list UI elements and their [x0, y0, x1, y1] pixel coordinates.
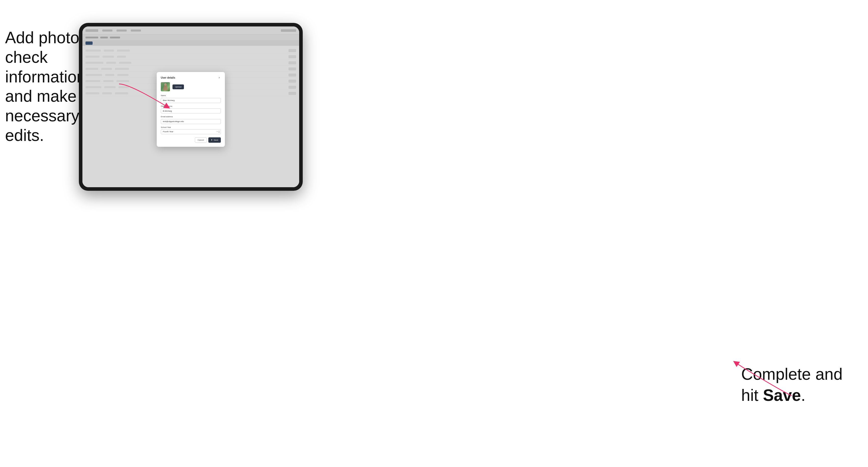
school-year-controls: × ▲ ▼ [216, 130, 220, 133]
cancel-button[interactable]: Cancel [195, 137, 207, 143]
email-input[interactable] [161, 119, 221, 124]
display-name-input[interactable] [161, 108, 221, 114]
display-name-field-group: Display name [161, 105, 221, 114]
upload-photo-button[interactable]: Upload [173, 85, 184, 89]
school-year-label: School Year [161, 126, 221, 128]
dialog-footer: Cancel ⬆ Save [161, 137, 221, 143]
school-year-wrapper: × ▲ ▼ [161, 129, 221, 134]
school-year-input[interactable] [161, 129, 221, 134]
tablet-screen: User details × Upload Name Display name [83, 27, 299, 187]
dialog-title-bar: User details × [161, 76, 221, 79]
tablet-frame: User details × Upload Name Display name [79, 23, 303, 191]
name-input[interactable] [161, 98, 221, 103]
save-button[interactable]: ⬆ Save [208, 137, 221, 143]
school-year-stepper[interactable]: ▲ ▼ [218, 130, 220, 133]
avatar [161, 82, 170, 91]
email-label: Email address [161, 116, 221, 118]
name-label: Name [161, 94, 221, 97]
clear-school-year-button[interactable]: × [216, 131, 218, 133]
name-field-group: Name [161, 94, 221, 103]
dialog-title: User details [161, 76, 175, 79]
close-button[interactable]: × [218, 76, 221, 79]
save-icon: ⬆ [211, 139, 213, 141]
photo-section: Upload [161, 82, 221, 91]
user-details-dialog: User details × Upload Name Display name [157, 72, 225, 147]
modal-overlay: User details × Upload Name Display name [83, 27, 299, 187]
email-field-group: Email address [161, 116, 221, 124]
school-year-field-group: School Year × ▲ ▼ [161, 126, 221, 134]
right-annotation: Complete and hit Save. [741, 364, 843, 406]
display-name-label: Display name [161, 105, 221, 107]
stepper-down-icon[interactable]: ▼ [218, 132, 220, 133]
